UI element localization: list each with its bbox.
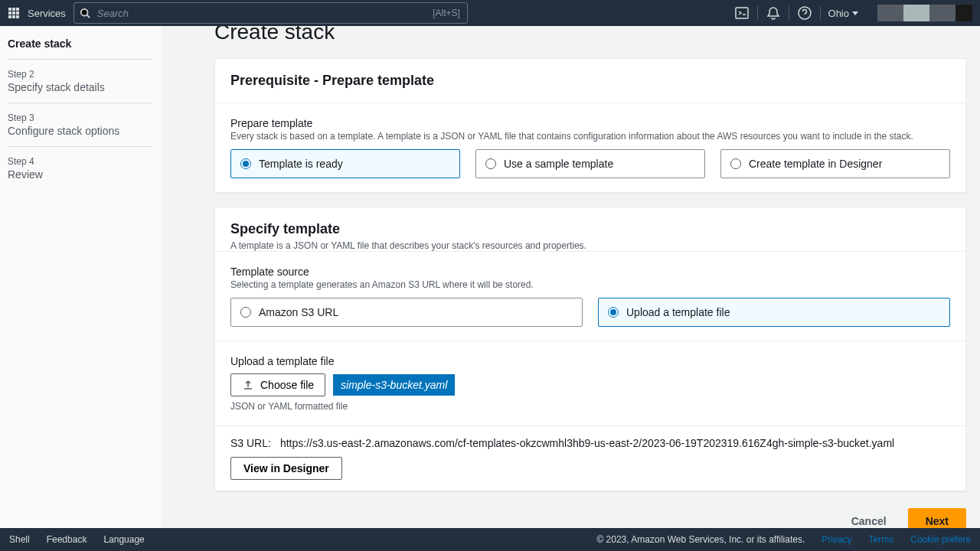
template-source-desc: Selecting a template generates an Amazon…	[230, 279, 950, 290]
radio-template-ready[interactable]: Template is ready	[230, 149, 460, 178]
nav-separator	[820, 6, 821, 20]
svg-rect-0	[8, 8, 11, 11]
panel-header: Prerequisite - Prepare template	[215, 59, 965, 103]
wizard-sidebar: Create stack Step 2 Specify stack detail…	[0, 26, 161, 528]
footer: Shell Feedback Language © 2023, Amazon W…	[0, 528, 980, 551]
svg-rect-5	[16, 11, 19, 15]
prepare-template-label: Prepare template	[230, 117, 950, 129]
specify-template-heading: Specify template	[230, 221, 950, 237]
footer-language[interactable]: Language	[103, 534, 144, 545]
radio-label: Create template in Designer	[749, 158, 882, 170]
next-button[interactable]: Next	[908, 508, 966, 528]
footer-cookie[interactable]: Cookie prefere	[910, 534, 971, 545]
footer-terms[interactable]: Terms	[869, 534, 894, 545]
radio-use-sample[interactable]: Use a sample template	[475, 149, 705, 178]
choose-file-label: Choose file	[260, 379, 314, 391]
file-format-hint: JSON or YAML formatted file	[230, 401, 950, 412]
selected-filename: simple-s3-bucket.yaml	[333, 374, 455, 396]
step-number: Step 4	[8, 156, 153, 167]
page-title: Create stack	[214, 26, 966, 44]
radio-icon	[730, 158, 741, 169]
svg-point-9	[81, 9, 88, 16]
svg-rect-6	[8, 15, 11, 18]
choose-file-button[interactable]: Choose file	[230, 373, 325, 396]
svg-rect-1	[12, 8, 15, 11]
radio-label: Template is ready	[259, 158, 343, 170]
svg-rect-8	[16, 15, 19, 18]
account-menu-placeholder[interactable]	[877, 5, 972, 21]
footer-shell[interactable]: Shell	[9, 534, 30, 545]
template-source-label: Template source	[230, 266, 950, 278]
svg-line-10	[87, 15, 90, 18]
svg-rect-4	[12, 11, 15, 15]
prepare-template-desc: Every stack is based on a template. A te…	[230, 131, 950, 142]
upload-icon	[242, 379, 254, 391]
main-content: Create stack Prerequisite - Prepare temp…	[161, 26, 980, 528]
region-label: Ohio	[828, 8, 849, 19]
search-input[interactable]	[74, 2, 468, 24]
prerequisite-panel: Prerequisite - Prepare template Prepare …	[214, 58, 966, 193]
step-4-review[interactable]: Step 4 Review	[8, 156, 153, 190]
step-1-create-stack[interactable]: Create stack	[8, 37, 153, 60]
radio-icon	[485, 158, 496, 169]
s3-url-value: https://s3.us-east-2.amazonaws.com/cf-te…	[280, 437, 894, 449]
notifications-icon[interactable]	[766, 5, 781, 21]
wizard-actions: Cancel Next	[214, 505, 966, 528]
radio-label: Upload a template file	[626, 306, 730, 318]
step-title: Configure stack options	[8, 125, 153, 137]
step-3-configure-options[interactable]: Step 3 Configure stack options	[8, 112, 153, 147]
nav-separator	[789, 6, 789, 20]
svg-point-12	[799, 7, 811, 19]
specify-template-desc: A template is a JSON or YAML file that d…	[230, 240, 950, 251]
services-grid-icon[interactable]	[8, 7, 20, 19]
radio-amazon-s3-url[interactable]: Amazon S3 URL	[230, 298, 583, 327]
svg-rect-7	[12, 15, 15, 18]
radio-label: Use a sample template	[504, 158, 613, 170]
radio-icon	[240, 158, 251, 169]
footer-feedback[interactable]: Feedback	[47, 534, 87, 545]
cloudshell-icon[interactable]	[734, 5, 750, 21]
footer-copyright: © 2023, Amazon Web Services, Inc. or its…	[596, 534, 805, 545]
svg-rect-3	[8, 11, 11, 15]
step-title: Review	[8, 168, 153, 181]
step-number: Step 2	[8, 69, 153, 80]
search-icon	[80, 8, 90, 18]
svg-rect-2	[16, 8, 19, 11]
services-menu[interactable]: Services	[28, 8, 66, 19]
cancel-button[interactable]: Cancel	[838, 508, 900, 528]
step-number: Step 3	[8, 112, 153, 123]
view-in-designer-button[interactable]: View in Designer	[230, 457, 342, 480]
search-wrap: [Alt+S]	[74, 2, 468, 24]
search-shortcut-hint: [Alt+S]	[433, 8, 460, 18]
s3-url-label: S3 URL:	[230, 437, 271, 449]
radio-icon	[608, 307, 619, 318]
footer-privacy[interactable]: Privacy	[822, 534, 851, 545]
radio-create-designer[interactable]: Create template in Designer	[720, 149, 950, 178]
prerequisite-heading: Prerequisite - Prepare template	[230, 73, 950, 89]
chevron-down-icon	[852, 11, 858, 15]
specify-template-panel: Specify template A template is a JSON or…	[214, 207, 966, 491]
upload-template-label: Upload a template file	[230, 355, 950, 367]
step-2-specify-details[interactable]: Step 2 Specify stack details	[8, 69, 153, 103]
region-selector[interactable]: Ohio	[828, 8, 858, 19]
top-nav: Services [Alt+S] Ohio	[0, 0, 980, 26]
nav-separator	[757, 6, 758, 20]
step-title: Specify stack details	[8, 81, 153, 93]
radio-icon	[240, 307, 251, 318]
radio-upload-template[interactable]: Upload a template file	[598, 298, 950, 327]
help-icon[interactable]	[797, 5, 812, 21]
radio-label: Amazon S3 URL	[259, 306, 338, 318]
